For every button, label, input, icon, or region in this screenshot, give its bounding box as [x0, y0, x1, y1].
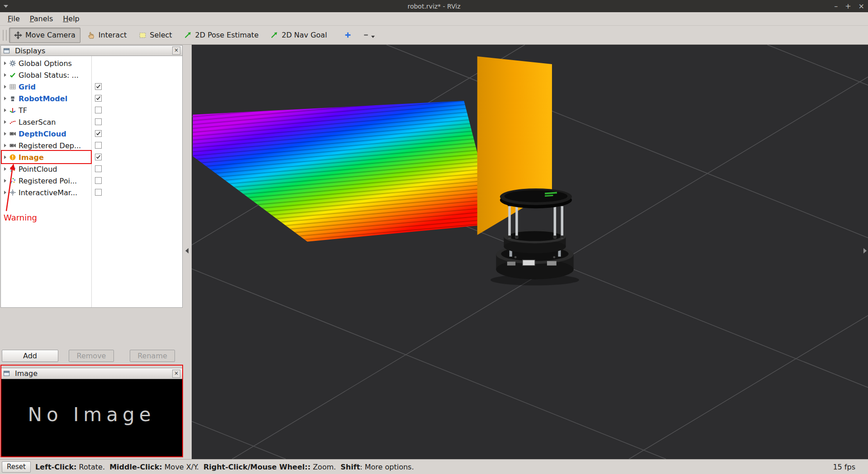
display-name: DepthCloud	[19, 130, 66, 138]
expander-icon[interactable]	[4, 144, 6, 147]
close-button[interactable]: ×	[859, 0, 864, 12]
visibility-checkbox[interactable]	[95, 118, 102, 125]
expander-icon[interactable]	[4, 108, 6, 112]
tool-label: Interact	[99, 31, 127, 39]
visibility-checkbox[interactable]	[95, 165, 102, 172]
displays-tree: Global OptionsGlobal Status: ...GridRobo…	[0, 56, 183, 308]
laser-icon	[9, 118, 16, 126]
tool-2d-nav-goal[interactable]: 2D Nav Goal	[265, 28, 332, 43]
menu-bar: FilePanelsHelp	[0, 12, 868, 26]
depthcloud-icon	[9, 142, 16, 150]
menu-panels[interactable]: Panels	[25, 13, 58, 24]
expander-icon[interactable]	[4, 132, 6, 136]
visibility-checkbox[interactable]	[95, 83, 102, 90]
visibility-checkbox[interactable]	[95, 95, 102, 102]
status-help-text: Left-Click: Rotate. Middle-Click: Move X…	[35, 463, 414, 471]
display-name: Grid	[19, 83, 36, 91]
expander-icon[interactable]	[4, 155, 6, 159]
display-name: Image	[19, 153, 44, 162]
display-name: TF	[19, 106, 27, 115]
collapse-panel-icon[interactable]	[185, 248, 189, 253]
toolbar-handle[interactable]	[3, 30, 7, 41]
dropdown-arrow-icon[interactable]	[371, 36, 375, 38]
display-name: RobotModel	[19, 94, 67, 103]
display-name: LaserScan	[19, 118, 56, 127]
panel-window-icon	[3, 370, 10, 377]
rviz-window: robot.rviz* - RViz – + × FilePanelsHelp …	[0, 0, 868, 474]
grid-icon	[9, 83, 16, 91]
check-icon	[9, 71, 16, 79]
menu-help[interactable]: Help	[58, 13, 84, 24]
warning-icon	[9, 154, 16, 161]
expander-icon[interactable]	[4, 73, 6, 77]
fps-counter: 15 fps	[833, 463, 855, 471]
tool-label: 2D Pose Estimate	[195, 31, 259, 39]
remove-tool-button[interactable]	[362, 31, 375, 39]
displays-close-button[interactable]: ×	[172, 47, 180, 55]
depthcloud-icon	[9, 130, 16, 138]
menu-file[interactable]: File	[3, 13, 25, 24]
display-name: PointCloud	[19, 165, 57, 174]
tool-2d-pose-estimate[interactable]: 2D Pose Estimate	[179, 28, 264, 43]
expander-icon[interactable]	[4, 179, 6, 183]
expander-icon[interactable]	[4, 120, 6, 124]
robot-icon	[9, 95, 16, 103]
minimize-button[interactable]: –	[834, 0, 838, 12]
marker-icon	[9, 189, 16, 197]
plus-icon	[344, 31, 352, 39]
move-camera-icon	[14, 31, 22, 39]
add-tool-button[interactable]	[344, 31, 352, 39]
turtlebot-robot	[491, 188, 579, 286]
toolbar-buttons: Move CameraInteractSelect2D Pose Estimat…	[9, 28, 375, 43]
expander-icon[interactable]	[4, 191, 6, 194]
pointcloud-icon	[9, 177, 16, 185]
select-icon	[138, 31, 146, 39]
tool-select[interactable]: Select	[133, 28, 177, 43]
rename-display-button[interactable]: Rename	[130, 350, 175, 362]
visibility-checkbox[interactable]	[95, 154, 102, 160]
expander-icon[interactable]	[4, 61, 6, 65]
displays-panel-title: Displays	[15, 47, 45, 55]
remove-display-button[interactable]: Remove	[69, 350, 114, 362]
visibility-checkbox[interactable]	[95, 189, 102, 196]
display-name: InteractiveMar...	[19, 188, 77, 197]
panel-splitter[interactable]	[183, 45, 192, 459]
3d-scene	[192, 45, 868, 459]
reset-button[interactable]: Reset	[2, 461, 31, 473]
pointcloud-icon	[9, 165, 16, 173]
displays-panel-header[interactable]: Displays ×	[0, 45, 183, 56]
display-name: Global Status: ...	[19, 71, 79, 80]
visibility-checkbox[interactable]	[95, 130, 102, 137]
image-close-button[interactable]: ×	[172, 370, 180, 378]
maximize-button[interactable]: +	[845, 0, 851, 12]
display-name: Global Options	[19, 59, 72, 68]
expander-icon[interactable]	[4, 167, 6, 171]
tree-column-divider[interactable]	[91, 56, 92, 308]
panel-window-icon	[3, 47, 10, 55]
visibility-checkbox[interactable]	[95, 177, 102, 184]
add-display-button[interactable]: Add	[2, 350, 58, 362]
tool-interact[interactable]: Interact	[82, 28, 132, 43]
expander-icon[interactable]	[4, 97, 6, 100]
tool-label: Move Camera	[25, 31, 75, 39]
pose-arrow-icon	[184, 31, 192, 39]
title-bar: robot.rviz* - RViz – + ×	[0, 0, 868, 12]
toolbar: Move CameraInteractSelect2D Pose Estimat…	[0, 26, 868, 45]
tf-icon	[9, 107, 16, 114]
interact-icon	[87, 31, 95, 39]
tool-move-camera[interactable]: Move Camera	[9, 28, 80, 43]
expander-icon[interactable]	[4, 85, 6, 89]
visibility-checkbox[interactable]	[95, 142, 102, 149]
tool-label: Select	[150, 31, 172, 39]
status-bar: Reset Left-Click: Rotate. Middle-Click: …	[0, 459, 868, 474]
no-image-text: No Image	[28, 404, 155, 426]
visibility-checkbox[interactable]	[95, 107, 102, 113]
image-panel-header[interactable]: Image ×	[0, 368, 183, 379]
display-name: Registered Dep...	[19, 141, 81, 150]
display-name: Registered Poi...	[19, 177, 77, 185]
warning-annotation-label: Warning	[4, 213, 37, 222]
nav-arrow-icon	[270, 31, 278, 39]
image-panel-content: No Image	[0, 379, 183, 457]
3d-viewport[interactable]	[192, 45, 868, 459]
expand-panel-icon[interactable]	[863, 248, 867, 253]
